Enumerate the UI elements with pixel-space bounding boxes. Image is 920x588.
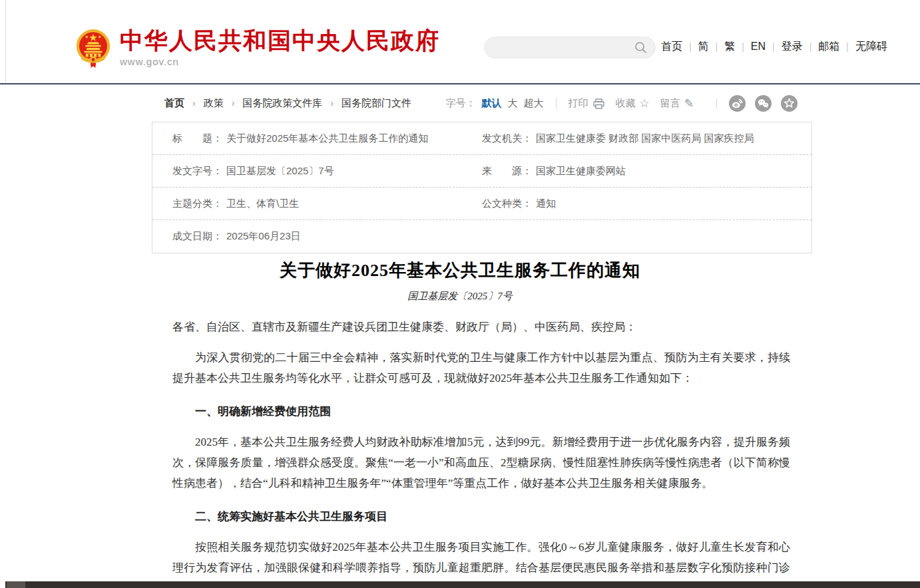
meta-row: 成文日期：2025年06月23日 — [152, 220, 811, 253]
print-label: 打印 — [569, 97, 588, 110]
printer-icon — [592, 98, 605, 110]
meta-row: 主题分类：卫生、体育\卫生公文种类：通知 — [152, 188, 811, 220]
nav-link-简[interactable]: 简 — [696, 41, 711, 52]
comment-button[interactable]: 留言 ✎ — [660, 96, 694, 110]
article-paragraph-5: 按照相关服务规范切实做好2025年基本公共卫生服务项目实施工作。强化0～6岁儿童… — [172, 537, 790, 588]
article-paragraph-4: 二、统筹实施好基本公共卫生服务项目 — [172, 506, 790, 527]
nav-link-登录[interactable]: 登录 — [780, 41, 805, 52]
breadcrumb-separator: › — [192, 98, 196, 108]
doc-toolbar: 字号： 默认大超大 打印 收藏 ☆ 留言 ✎ — [446, 95, 798, 112]
font-size-label: 字号： — [446, 97, 476, 110]
article-paragraph-1: 为深入贯彻党的二十届三中全会精神，落实新时代党的卫生与健康工作方针中以基层为重点… — [172, 347, 790, 388]
breadcrumb-separator: › — [232, 98, 235, 108]
nav-link-邮箱[interactable]: 邮箱 — [816, 41, 841, 52]
document-meta-table: 标 题：关于做好2025年基本公共卫生服务工作的通知发文机关：国家卫生健康委 财… — [152, 122, 812, 253]
wechat-icon[interactable] — [755, 95, 772, 112]
article-paragraph-2: 一、明确新增经费使用范围 — [172, 401, 790, 422]
meta-label: 成文日期： — [172, 230, 222, 243]
nav-link-首页[interactable]: 首页 — [659, 41, 684, 52]
breadcrumb: 首页›政策›国务院政策文件库›国务院部门文件 — [164, 97, 411, 110]
article: 关于做好2025年基本公共卫生服务工作的通知 国卫基层发〔2025〕7号 各省、… — [130, 258, 790, 588]
nav-separator: | — [742, 41, 744, 52]
meta-label: 来 源： — [482, 165, 532, 178]
search-input[interactable] — [485, 37, 634, 58]
meta-label: 发文机关： — [482, 132, 532, 145]
site-title: 中华人民共和国中央人民政府 — [120, 29, 440, 54]
nav-link-无障碍[interactable]: 无障碍 — [853, 41, 889, 52]
meta-label: 主题分类： — [172, 198, 222, 210]
font-size-option-0[interactable]: 默认 — [482, 97, 502, 108]
meta-value: 国卫基层发〔2025〕7号 — [226, 165, 334, 178]
favorite-label: 收藏 — [616, 97, 636, 110]
nav-separator: | — [772, 41, 775, 52]
breadcrumb-item-3[interactable]: 国务院部门文件 — [342, 97, 411, 108]
article-paragraph-0: 各省、自治区、直辖市及新疆生产建设兵团卫生健康委、财政厅（局）、中医药局、疾控局… — [172, 317, 790, 337]
meta-label: 标 题： — [172, 132, 222, 145]
breadcrumb-item-2[interactable]: 国务院政策文件库 — [242, 97, 322, 108]
meta-value: 卫生、体育\卫生 — [226, 198, 299, 210]
meta-label: 公文种类： — [482, 198, 532, 210]
meta-cell: 来 源：国家卫生健康委网站 — [482, 165, 811, 178]
meta-value: 国家卫生健康委网站 — [536, 165, 626, 178]
meta-value: 2025年06月23日 — [226, 230, 301, 243]
comment-label: 留言 — [660, 97, 680, 110]
font-size-option-2[interactable]: 超大 — [524, 97, 544, 108]
meta-value: 国家卫生健康委 财政部 国家中医药局 国家疾控局 — [536, 132, 754, 145]
nav-separator: | — [809, 41, 812, 52]
site-header: 中华人民共和国中央人民政府 www.gov.cn 首页|简|繁|EN|登录|邮箱… — [0, 0, 920, 83]
breadcrumb-item-0[interactable]: 首页 — [164, 97, 184, 108]
font-size-option-1[interactable]: 大 — [508, 97, 518, 108]
toolbar-separator — [716, 98, 717, 109]
print-button[interactable]: 打印 — [569, 97, 605, 110]
pencil-icon: ✎ — [684, 96, 694, 110]
meta-cell: 标 题：关于做好2025年基本公共卫生服务工作的通知 — [152, 132, 482, 145]
nav-link-EN[interactable]: EN — [749, 41, 768, 52]
article-body: 各省、自治区、直辖市及新疆生产建设兵团卫生健康委、财政厅（局）、中医药局、疾控局… — [172, 317, 790, 588]
meta-cell: 发文机关：国家卫生健康委 财政部 国家中医药局 国家疾控局 — [482, 132, 811, 145]
search-icon[interactable] — [634, 41, 647, 54]
meta-row: 标 题：关于做好2025年基本公共卫生服务工作的通知发文机关：国家卫生健康委 财… — [152, 122, 811, 155]
nav-separator: | — [689, 41, 692, 52]
meta-cell: 发文字号：国卫基层发〔2025〕7号 — [152, 165, 482, 178]
font-size-options: 默认大超大 — [476, 97, 544, 110]
breadcrumb-separator: › — [330, 98, 334, 108]
meta-cell: 公文种类：通知 — [482, 198, 811, 210]
search-box[interactable] — [484, 37, 656, 59]
article-paragraph-3: 2025年，基本公共卫生服务经费人均财政补助标准增加5元，达到99元。新增经费用… — [172, 432, 790, 494]
national-emblem-icon — [75, 29, 112, 69]
breadcrumb-item-1[interactable]: 政策 — [204, 97, 224, 108]
site-url: www.gov.cn — [120, 56, 440, 67]
header-divider — [0, 83, 920, 84]
meta-cell: 成文日期：2025年06月23日 — [152, 230, 482, 243]
toolbar-separator — [556, 98, 557, 109]
share-group — [729, 95, 798, 112]
meta-value: 关于做好2025年基本公共卫生服务工作的通知 — [226, 132, 428, 145]
page-edge-line — [5, 0, 6, 84]
site-logo[interactable]: 中华人民共和国中央人民政府 www.gov.cn — [75, 29, 440, 69]
meta-value: 通知 — [536, 198, 556, 210]
meta-cell: 主题分类：卫生、体育\卫生 — [152, 198, 482, 210]
document-number: 国卫基层发〔2025〕7号 — [130, 289, 790, 303]
nav-separator: | — [716, 41, 718, 52]
favorite-button[interactable]: 收藏 ☆ — [616, 96, 650, 110]
weibo-icon[interactable] — [729, 95, 746, 112]
meta-label: 发文字号： — [172, 165, 222, 178]
nav-link-繁[interactable]: 繁 — [722, 41, 737, 52]
share-star-icon[interactable] — [781, 95, 798, 112]
nav-separator: | — [846, 41, 849, 52]
top-nav: 首页|简|繁|EN|登录|邮箱|无障碍 — [659, 40, 889, 54]
star-icon: ☆ — [640, 96, 650, 110]
bottom-bar-segment — [7, 581, 25, 588]
meta-row: 发文字号：国卫基层发〔2025〕7号来 源：国家卫生健康委网站 — [152, 155, 811, 188]
article-title: 关于做好2025年基本公共卫生服务工作的通知 — [130, 258, 790, 283]
bottom-window-bar — [5, 581, 920, 588]
